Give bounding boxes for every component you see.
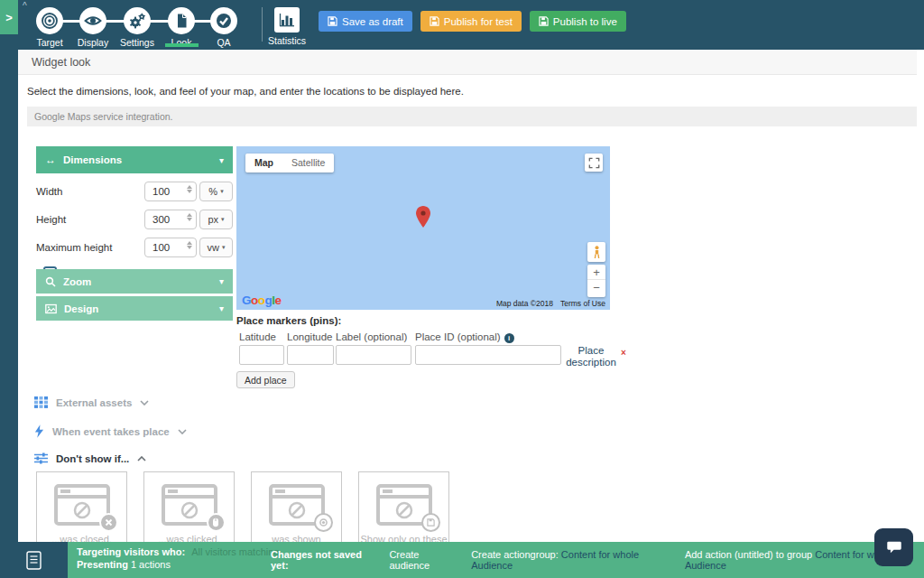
stepper-icon[interactable]: [187, 185, 192, 193]
latitude-input[interactable]: [239, 345, 284, 365]
save-icon: [539, 16, 549, 26]
width-unit-select[interactable]: % ▾: [199, 182, 233, 201]
topbar-actions: Save as draft Publish for test Publish t…: [319, 11, 626, 32]
integration-note: Google Maps service integration.: [27, 107, 917, 126]
left-edge-strip: [0, 50, 18, 578]
map-type-satellite-button[interactable]: Satellite: [282, 154, 334, 172]
chevron-up-icon: [137, 456, 146, 461]
save-badge-icon: [421, 513, 440, 532]
dimensions-panel-header[interactable]: ↔ Dimensions ▾: [36, 146, 233, 173]
topbar-divider: [262, 7, 263, 42]
zoom-panel-header[interactable]: Zoom ▾: [36, 269, 233, 294]
remove-row-icon[interactable]: ×: [621, 348, 626, 358]
google-logo[interactable]: Google: [242, 294, 282, 307]
step-qa[interactable]: QA: [197, 7, 251, 48]
card-label: was shown: [252, 534, 341, 542]
map-type-map-button[interactable]: Map: [245, 154, 282, 172]
when-event-label: When event takes place: [52, 426, 170, 437]
longitude-input[interactable]: [287, 345, 334, 365]
dimensions-title: Dimensions: [63, 154, 122, 165]
place-id-column-label: Place ID (optional)i: [415, 331, 514, 343]
info-icon[interactable]: i: [504, 333, 514, 343]
map-pin-icon: [416, 206, 430, 228]
pegman-button[interactable]: [587, 242, 605, 262]
lightning-icon: [34, 424, 44, 438]
external-assets-label: External assets: [56, 397, 132, 408]
assets-icon: [34, 396, 48, 408]
max-height-unit-select[interactable]: vw ▾: [199, 238, 233, 257]
page-title: Widget look: [18, 50, 917, 75]
place-id-text: Place ID (optional): [415, 331, 501, 342]
place-id-input[interactable]: [415, 345, 561, 365]
top-navigation-bar: > ^ Target Display: [0, 0, 924, 50]
map-type-control: Map Satellite: [245, 154, 334, 172]
changes-label: Changes not saved yet:: [271, 549, 376, 571]
height-unit-select[interactable]: px ▾: [199, 210, 233, 229]
card-was-clicked[interactable]: ...was clicked.: [143, 471, 235, 542]
place-description-link[interactable]: Place description: [565, 345, 617, 368]
add-place-button[interactable]: Add place: [236, 371, 295, 388]
dont-show-if-section[interactable]: Don't show if...: [34, 452, 146, 464]
status-footer: Targeting visitors who: All visitors mat…: [0, 542, 924, 578]
footer-doc-box[interactable]: [0, 542, 68, 578]
create-actiongroup-item: Create actiongroup: Content for whole Au…: [471, 549, 672, 571]
sidebar-expand-button[interactable]: >: [0, 0, 18, 34]
zoom-in-button[interactable]: +: [587, 265, 605, 280]
zoom-panel: Zoom ▾: [36, 269, 233, 294]
chevron-down-icon: ▾: [220, 188, 224, 195]
dimensions-panel: ↔ Dimensions ▾ Width % ▾ H: [36, 146, 233, 280]
label-input[interactable]: [336, 345, 411, 365]
add-action-middle: (untitled) to group: [735, 549, 812, 560]
design-title: Design: [64, 303, 98, 314]
statistics-button[interactable]: Statistics: [265, 7, 309, 46]
logo-letter: o: [251, 294, 258, 307]
page-description: Select the dimensions, look, and feel of…: [27, 86, 464, 97]
design-panel-header[interactable]: Design ▾: [36, 296, 233, 321]
chevron-down-icon: [140, 400, 149, 406]
add-action-link[interactable]: Add action: [685, 549, 732, 560]
width-label: Width: [36, 186, 62, 197]
chat-launcher-button[interactable]: [874, 528, 913, 566]
document-icon: [171, 11, 191, 31]
place-markers-title: Place markers (pins):: [236, 315, 341, 326]
targeting-label: Targeting visitors who:: [77, 546, 185, 557]
when-event-section[interactable]: When event takes place: [34, 424, 187, 438]
save-icon: [328, 16, 337, 26]
gears-icon: [127, 11, 147, 31]
width-row: Width % ▾: [36, 182, 233, 201]
create-audience-link[interactable]: Create audience: [389, 549, 458, 571]
fullscreen-button[interactable]: [585, 154, 603, 172]
eye-icon: [83, 11, 103, 31]
active-step-underline: [165, 43, 199, 47]
map-zoom-control: + −: [587, 265, 605, 297]
zoom-out-button[interactable]: −: [587, 280, 605, 295]
publish-to-live-button[interactable]: Publish to live: [530, 11, 626, 32]
eye-badge-icon: [314, 513, 333, 532]
close-badge-icon: [99, 513, 118, 532]
create-actiongroup-link[interactable]: Create actiongroup:: [471, 549, 559, 560]
card-show-only-on[interactable]: Show only on these: [358, 471, 449, 542]
label-column-label: Label (optional): [336, 331, 407, 342]
longitude-column-label: Longitude: [287, 331, 333, 342]
target-icon: [40, 11, 60, 31]
presenting-label: Presenting: [77, 559, 128, 570]
external-assets-section[interactable]: External assets: [34, 396, 149, 408]
statistics-label: Statistics: [265, 35, 309, 46]
stepper-icon[interactable]: [187, 241, 192, 249]
map-preview: Map Satellite: [236, 146, 610, 310]
height-unit-value: px: [208, 214, 218, 225]
chat-bubble-icon: [885, 538, 903, 556]
logo-letter: o: [258, 294, 265, 307]
height-row: Height px ▾: [36, 210, 233, 229]
dont-show-cards: ...was closed. ...was clicked.: [36, 471, 449, 542]
publish-for-test-button[interactable]: Publish for test: [420, 11, 522, 32]
design-panel: Design ▾: [36, 296, 233, 321]
card-was-closed[interactable]: ...was closed.: [36, 471, 127, 542]
save-as-draft-button[interactable]: Save as draft: [319, 11, 412, 32]
max-height-label: Maximum height: [36, 242, 112, 253]
terms-of-use-link[interactable]: Terms of Use: [560, 299, 605, 308]
mouse-badge-icon: [207, 513, 226, 532]
card-was-shown[interactable]: was shown: [251, 471, 342, 542]
stepper-icon[interactable]: [187, 213, 192, 221]
bar-chart-icon: [279, 12, 295, 28]
